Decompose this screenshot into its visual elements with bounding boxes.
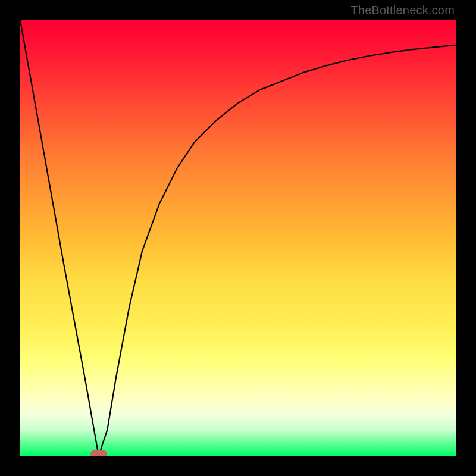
bottleneck-curve [20,20,456,456]
curve-svg [20,20,456,456]
optimal-marker [90,450,107,456]
attribution-text: TheBottleneck.com [350,4,455,17]
plot-area [20,20,456,456]
chart-frame: TheBottleneck.com [0,0,476,476]
